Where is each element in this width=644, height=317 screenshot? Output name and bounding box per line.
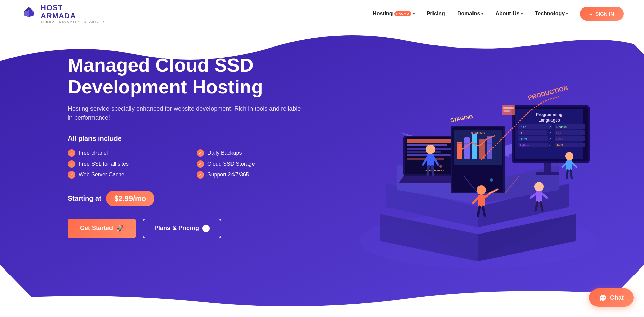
svg-text:PHP: PHP	[520, 125, 526, 129]
rocket-icon: 🚀	[116, 225, 124, 232]
logo-text: HOSTARMADA SPEED · SECURITY · STABILITY	[41, 4, 105, 23]
check-icon-backups: ✓	[197, 149, 204, 157]
cta-buttons: Get Started 🚀 Plans & Pricing i	[68, 219, 305, 238]
starting-at: Starting at $2.99/mo	[68, 191, 305, 206]
feature-cpanel-label: Free cPanel	[79, 150, 108, 156]
svg-rect-66	[427, 154, 434, 166]
svg-rect-92	[503, 110, 510, 112]
svg-line-83	[541, 202, 542, 210]
svg-rect-29	[472, 134, 477, 159]
feature-cache-label: Web Server Cache	[79, 172, 124, 178]
svg-text:✓: ✓	[549, 137, 552, 141]
svg-rect-17	[407, 144, 447, 146]
feature-ssd: ✓ Cloud SSD Storage	[197, 160, 305, 168]
svg-point-84	[565, 152, 573, 160]
svg-rect-28	[464, 137, 470, 159]
features-grid: ✓ Free cPanel ✓ Daily Backups ✓ Free SSL…	[68, 149, 305, 179]
nav-technology[interactable]: Technology ▾	[535, 11, 568, 17]
svg-text:NodeJS: NodeJS	[556, 125, 567, 129]
hosting-chevron-icon: ▾	[413, 12, 415, 16]
svg-point-95	[439, 165, 442, 168]
about-chevron-icon: ▾	[521, 12, 523, 16]
svg-line-69	[428, 166, 429, 175]
nav-hosting[interactable]: Hosting PROMO ▾	[373, 11, 415, 17]
svg-text:SQL: SQL	[556, 131, 562, 135]
check-icon-ssl: ✓	[68, 160, 75, 168]
feature-support: ✓ Support 24/7/365	[197, 171, 305, 179]
feature-ssd-label: Cloud SSD Storage	[207, 161, 255, 167]
feature-ssl: ✓ Free SSL for all sites	[68, 160, 176, 168]
check-icon-cache: ✓	[68, 171, 75, 179]
svg-point-100	[604, 297, 605, 298]
get-started-button[interactable]: Get Started 🚀	[68, 219, 136, 238]
check-icon-support: ✓	[197, 171, 204, 179]
svg-line-88	[567, 170, 568, 178]
svg-text:PRODUCTION: PRODUCTION	[527, 84, 569, 101]
promo-badge: PROMO	[394, 11, 411, 16]
nav-pricing[interactable]: Pricing	[427, 11, 445, 17]
chat-icon	[599, 294, 607, 301]
svg-text:Python: Python	[520, 144, 529, 147]
svg-point-65	[426, 145, 435, 154]
nav-about[interactable]: About Us ▾	[495, 11, 522, 17]
svg-rect-19	[407, 151, 441, 153]
hero-section: Managed Cloud SSD Development Hosting Ho…	[0, 27, 644, 317]
svg-rect-61	[544, 163, 551, 173]
svg-line-70	[432, 166, 433, 175]
logo-icon	[20, 5, 37, 22]
main-nav: Hosting PROMO ▾ Pricing Domains ▾ About …	[373, 7, 624, 21]
svg-point-97	[490, 178, 493, 182]
starting-at-label: Starting at	[68, 194, 101, 202]
nav-domains[interactable]: Domains ▾	[457, 11, 483, 17]
svg-text:JAVA: JAVA	[556, 144, 563, 147]
logo-tagline: SPEED · SECURITY · STABILITY	[41, 20, 105, 23]
plans-include-label: All plans include	[68, 135, 305, 143]
svg-rect-79	[536, 191, 542, 202]
hero-subtitle: Hosting service specially enhanced for w…	[68, 104, 305, 123]
svg-text:Languages: Languages	[538, 118, 560, 123]
header: HOSTARMADA SPEED · SECURITY · STABILITY …	[0, 0, 644, 27]
svg-text:✓: ✓	[549, 125, 552, 129]
chat-label: Chat	[610, 294, 624, 301]
technology-chevron-icon: ▾	[566, 12, 568, 16]
isometric-scene-svg: DEVELOPMENT STAGING Programming	[339, 37, 617, 295]
hero-illustration: DEVELOPMENT STAGING Programming	[339, 37, 617, 295]
svg-point-78	[534, 182, 544, 191]
feature-backups-label: Daily Backups	[207, 150, 242, 156]
svg-line-89	[571, 170, 572, 178]
signin-button[interactable]: ⬩ SIGN IN	[580, 7, 624, 21]
hero-content: Managed Cloud SSD Development Hosting Ho…	[68, 54, 305, 238]
svg-text:STAGING: STAGING	[450, 114, 474, 123]
svg-line-76	[478, 207, 480, 216]
feature-cache: ✓ Web Server Cache	[68, 171, 176, 179]
logo[interactable]: HOSTARMADA SPEED · SECURITY · STABILITY	[20, 4, 105, 23]
signin-icon: ⬩	[589, 11, 592, 17]
svg-text:✓: ✓	[549, 143, 552, 147]
logo-name: HOSTARMADA	[41, 4, 105, 20]
hero-title: Managed Cloud SSD Development Hosting	[68, 54, 305, 98]
svg-text:STAGING: STAGING	[471, 131, 485, 135]
svg-text:BASH: BASH	[556, 137, 565, 141]
feature-backups: ✓ Daily Backups	[197, 149, 305, 157]
chat-button[interactable]: Chat	[589, 288, 634, 307]
svg-line-77	[483, 207, 485, 216]
svg-text:JS: JS	[520, 131, 523, 135]
feature-cpanel: ✓ Free cPanel	[68, 149, 176, 157]
check-icon-ssd: ✓	[197, 160, 204, 168]
svg-rect-85	[566, 160, 572, 170]
svg-rect-72	[478, 195, 485, 207]
feature-support-label: Support 24/7/365	[207, 172, 249, 178]
domains-chevron-icon: ▾	[481, 12, 483, 16]
svg-text:Programming: Programming	[536, 112, 562, 117]
check-icon-cpanel: ✓	[68, 149, 75, 157]
svg-rect-91	[503, 107, 514, 109]
feature-ssl-label: Free SSL for all sites	[79, 161, 129, 167]
svg-point-99	[603, 297, 604, 298]
svg-rect-62	[536, 172, 559, 175]
svg-line-86	[562, 163, 566, 167]
plans-pricing-button[interactable]: Plans & Pricing i	[143, 219, 221, 238]
svg-line-82	[536, 202, 537, 210]
svg-point-98	[601, 297, 602, 298]
info-icon: i	[202, 225, 210, 232]
svg-text:HTML: HTML	[520, 137, 528, 141]
